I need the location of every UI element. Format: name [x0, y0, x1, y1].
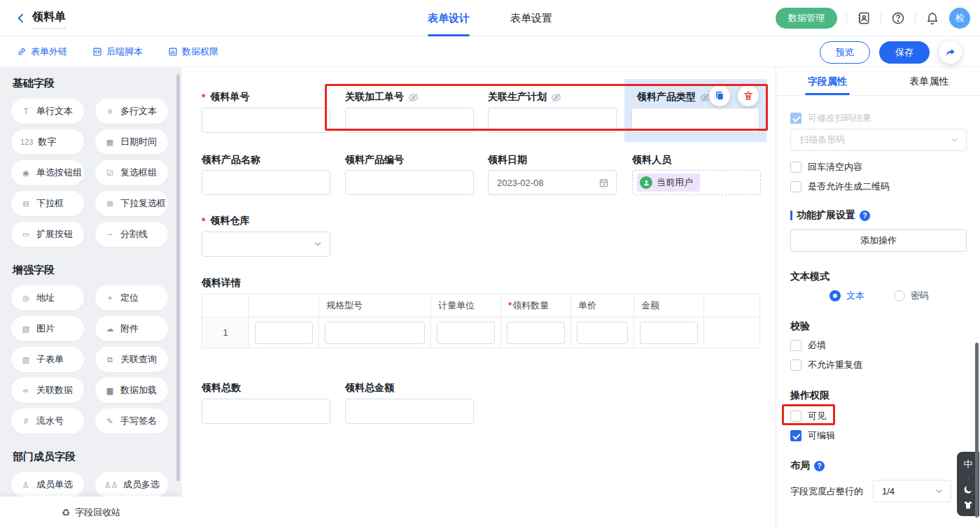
production-plan-input[interactable] [488, 108, 617, 133]
process-order-input[interactable] [345, 108, 474, 133]
field-width-select[interactable]: 1/4 [873, 480, 951, 502]
editable-label: 可编辑 [808, 429, 835, 442]
detail-unit-input[interactable] [437, 322, 495, 344]
chevron-down-icon [934, 487, 944, 496]
field-item-signature[interactable]: ✎手写签名 [95, 408, 168, 434]
delete-field-button[interactable] [738, 85, 759, 106]
detail-col-blank [249, 294, 319, 317]
field-item-dropdown[interactable]: ⊟下拉框 [11, 191, 84, 216]
product-code-input[interactable] [345, 170, 474, 195]
dropdown-icon: ⊟ [20, 199, 31, 208]
field-item-serial-number[interactable]: #流水号 [11, 408, 84, 434]
tab-field-properties[interactable]: 字段属性 [776, 67, 878, 95]
field-item-single-line-text[interactable]: T单行文本 [11, 99, 84, 124]
contacts-icon[interactable] [856, 10, 872, 26]
section-bar [790, 211, 792, 220]
field-item-label: 关联数据 [36, 384, 73, 397]
text-mode-option-password[interactable]: 密码 [894, 290, 929, 302]
no-duplicate-checkbox[interactable] [790, 359, 802, 371]
header-actions: 数据管理 检 [776, 0, 970, 36]
field-item-data-load[interactable]: ▆数据加载 [95, 378, 168, 403]
detail-amount-input[interactable] [640, 322, 698, 344]
recycle-icon: ♻ [62, 507, 71, 518]
save-button[interactable]: 保存 [879, 41, 930, 64]
field-width-label: 字段宽度占整行的 [790, 485, 863, 498]
back-icon[interactable] [15, 13, 27, 24]
shirt-icon[interactable] [963, 500, 973, 510]
product-name-input[interactable] [202, 170, 330, 195]
toolbar-actions: 预览 保存 [820, 41, 962, 64]
required-checkbox[interactable] [790, 340, 802, 351]
required-mark: * [508, 300, 512, 311]
label-text: 领料总金额 [345, 382, 394, 394]
editable-option[interactable]: 可编辑 [790, 429, 835, 442]
order-no-input[interactable] [202, 108, 330, 133]
form-external-link[interactable]: 表单外链 [17, 36, 67, 67]
date-picker[interactable]: 2023-02-08 [488, 170, 617, 195]
tab-form-settings[interactable]: 表单设置 [510, 0, 552, 36]
total-amount-input[interactable] [345, 399, 474, 424]
field-item-attachment[interactable]: ☁附件 [95, 316, 168, 341]
copy-field-button[interactable] [709, 85, 730, 106]
no-duplicate-option[interactable]: 不允许重复值 [790, 359, 862, 371]
allow-qrcode-option[interactable]: 是否允许生成二维码 [790, 180, 890, 193]
detail-blank-input[interactable] [255, 322, 313, 344]
field-item-checkbox-group[interactable]: ☑复选框组 [95, 160, 168, 185]
moon-icon[interactable] [963, 485, 973, 494]
field-item-subform[interactable]: ▥子表单 [11, 347, 84, 372]
help-circle-icon[interactable]: ? [860, 211, 870, 221]
field-item-image[interactable]: ▧图片 [11, 316, 84, 341]
detail-qty-input[interactable] [507, 322, 565, 344]
field-item-divider[interactable]: ╌分割线 [95, 222, 168, 247]
help-circle-icon[interactable]: ? [814, 461, 825, 471]
field-item-multi-line-text[interactable]: ≡多行文本 [95, 99, 168, 124]
field-item-address[interactable]: ◎地址 [11, 285, 84, 311]
tab-form-properties[interactable]: 表单属性 [878, 67, 980, 95]
field-item-linked-query[interactable]: ⧉关联查询 [95, 347, 168, 372]
detail-spec-input[interactable] [325, 322, 425, 344]
allow-qrcode-checkbox[interactable] [790, 181, 802, 192]
field-item-extend-button[interactable]: ▭扩展按钮 [11, 222, 84, 247]
language-badge[interactable]: 中 [964, 458, 973, 471]
data-permission[interactable]: 数据权限 [168, 36, 218, 67]
field-item-location[interactable]: ⌖定位 [95, 285, 168, 311]
radio-text[interactable] [830, 290, 841, 301]
text-mode-option-text[interactable]: 文本 [830, 290, 864, 302]
field-item-member-single[interactable]: ♙成员单选 [11, 472, 84, 497]
notifications-icon[interactable] [925, 10, 940, 26]
warehouse-select[interactable] [202, 231, 330, 257]
field-item-multi-dropdown[interactable]: ⊞下拉复选框 [95, 191, 168, 216]
share-button[interactable] [939, 41, 962, 64]
visible-checkbox[interactable] [790, 411, 802, 422]
current-user-tag[interactable]: 当前用户 [637, 173, 700, 192]
field-item-radio-group[interactable]: ◉单选按钮组 [11, 160, 84, 185]
help-icon[interactable] [890, 10, 906, 26]
field-item-datetime[interactable]: ▦日期时间 [95, 129, 168, 155]
field-recycle-bin[interactable]: ♻ 字段回收站 [0, 497, 182, 528]
panel-scrollbar[interactable] [975, 343, 979, 518]
backend-script[interactable]: 后端脚本 [92, 36, 143, 67]
person-field[interactable]: 当前用户 [632, 170, 761, 195]
field-item-label: 复选框组 [120, 166, 157, 179]
add-action-button[interactable]: 添加操作 [790, 229, 967, 252]
form-title[interactable]: 领料单 [32, 10, 66, 29]
total-qty-input[interactable] [202, 399, 330, 424]
field-item-linked-data[interactable]: ∞关联数据 [11, 378, 84, 403]
avatar[interactable]: 检 [949, 8, 970, 29]
detail-price-input[interactable] [577, 322, 628, 344]
field-item-number[interactable]: 123数字 [11, 129, 84, 155]
data-manage-button[interactable]: 数据管理 [776, 8, 837, 29]
required-option[interactable]: 必填 [790, 339, 826, 352]
editable-checkbox[interactable] [790, 430, 802, 441]
tab-form-design[interactable]: 表单设计 [428, 0, 470, 36]
radio-password[interactable] [894, 290, 905, 301]
field-item-member-multi[interactable]: ♙♙成员多选 [95, 472, 168, 497]
field-item-label: 定位 [120, 292, 139, 304]
clear-on-enter-checkbox[interactable] [790, 162, 802, 173]
visible-option[interactable]: 可见 [790, 410, 826, 422]
product-type-input[interactable] [631, 108, 760, 133]
field-library-sidebar: 基础字段 T单行文本 ≡多行文本 123数字 ▦日期时间 ◉单选按钮组 ☑复选框… [0, 67, 182, 528]
preview-button[interactable]: 预览 [820, 41, 870, 64]
sidebar-scrollbar[interactable] [176, 74, 180, 481]
clear-on-enter-option[interactable]: 回车清空内容 [790, 161, 862, 173]
